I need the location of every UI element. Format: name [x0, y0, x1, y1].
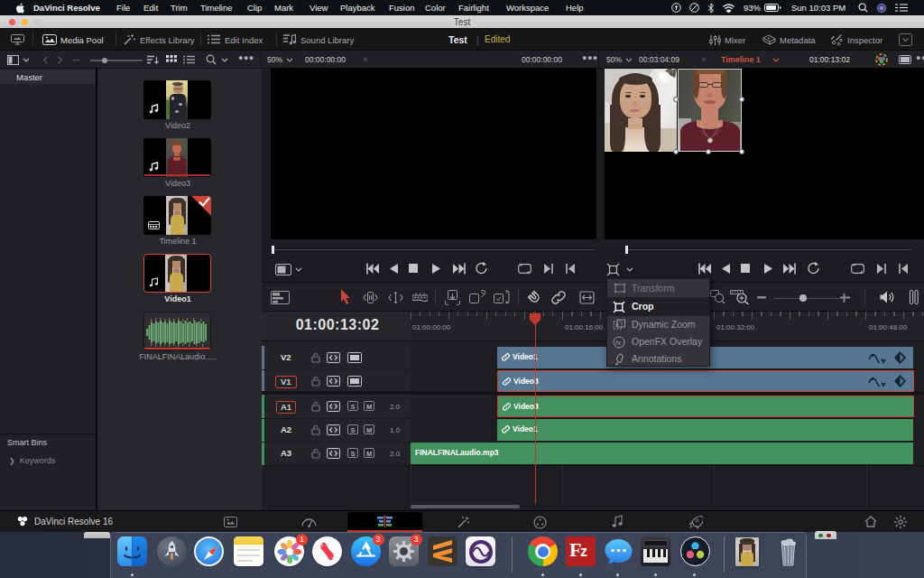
svg-text:fx: fx — [615, 339, 622, 347]
